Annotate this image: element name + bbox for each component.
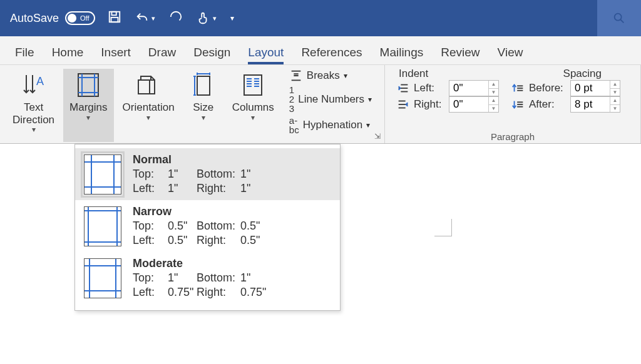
columns-icon bbox=[239, 70, 267, 100]
tab-review[interactable]: Review bbox=[441, 46, 479, 64]
indent-left-input[interactable] bbox=[449, 81, 488, 96]
page-setup-launcher-icon[interactable]: ⇲ bbox=[374, 132, 381, 141]
ribbon-tabs: File Home Insert Draw Design Layout Refe… bbox=[0, 36, 641, 65]
undo-icon[interactable]: ▾ bbox=[135, 11, 155, 25]
document-canvas[interactable] bbox=[341, 144, 641, 364]
margins-option-narrow[interactable]: Narrow Top:0.5" Bottom:0.5" Left:0.5" Ri… bbox=[75, 200, 340, 252]
chevron-down-icon: ▾ bbox=[86, 115, 90, 121]
text-direction-icon: A bbox=[20, 70, 48, 100]
breaks-icon bbox=[289, 69, 303, 83]
svg-line-4 bbox=[620, 19, 623, 23]
svg-rect-13 bbox=[197, 76, 210, 95]
svg-rect-1 bbox=[111, 12, 116, 16]
chevron-down-icon: ▾ bbox=[146, 115, 150, 121]
autosave-label: AutoSave bbox=[10, 12, 59, 25]
svg-point-3 bbox=[615, 14, 622, 21]
tab-file[interactable]: File bbox=[15, 46, 34, 64]
svg-text:A: A bbox=[36, 75, 44, 88]
line-numbers-button[interactable]: 123 Line Numbers▾ bbox=[289, 85, 372, 113]
margins-moderate-thumb bbox=[84, 258, 121, 298]
tab-insert[interactable]: Insert bbox=[101, 46, 131, 64]
autosave-toggle[interactable]: AutoSave Off bbox=[10, 11, 95, 25]
margins-option-moderate[interactable]: Moderate Top:1" Bottom:1" Left:0.75" Rig… bbox=[75, 252, 340, 304]
margins-normal-thumb bbox=[84, 154, 121, 195]
indent-right-label: Right: bbox=[414, 98, 445, 111]
indent-title: Indent bbox=[399, 68, 428, 80]
hyphenation-icon: a-bc bbox=[289, 116, 299, 134]
ribbon-body: A Text Direction ▾ Margins ▾ Orientation… bbox=[0, 65, 641, 144]
save-icon[interactable] bbox=[108, 10, 121, 26]
toggle-switch[interactable]: Off bbox=[65, 11, 95, 25]
line-numbers-icon: 123 bbox=[289, 85, 294, 113]
tab-draw[interactable]: Draw bbox=[148, 46, 176, 64]
paragraph-caption: Paragraph bbox=[385, 131, 640, 142]
tab-references[interactable]: References bbox=[301, 46, 362, 64]
text-direction-button[interactable]: A Text Direction ▾ bbox=[6, 69, 61, 142]
spacing-before-label: Before: bbox=[529, 82, 567, 94]
tab-home[interactable]: Home bbox=[52, 46, 84, 64]
customize-qat-icon[interactable]: ▾ bbox=[230, 14, 234, 23]
touch-mode-icon[interactable]: ▾ bbox=[197, 11, 217, 25]
tab-layout[interactable]: Layout bbox=[248, 46, 284, 64]
tab-view[interactable]: View bbox=[498, 46, 523, 64]
page-setup-small-buttons: Breaks▾ 123 Line Numbers▾ a-bc Hyphenati… bbox=[283, 69, 378, 142]
spacing-before-icon bbox=[511, 81, 525, 95]
size-icon bbox=[190, 70, 217, 100]
spacing-before-input[interactable] bbox=[571, 81, 610, 96]
title-bar: AutoSave Off ▾ ▾ ▾ bbox=[0, 0, 641, 36]
svg-rect-20 bbox=[244, 75, 262, 95]
indent-right-icon bbox=[396, 98, 410, 111]
orientation-icon bbox=[135, 70, 162, 100]
chevron-down-icon: ▾ bbox=[202, 115, 205, 121]
breaks-button[interactable]: Breaks▾ bbox=[289, 69, 372, 83]
search-button[interactable] bbox=[597, 0, 641, 36]
indent-left-label: Left: bbox=[414, 82, 445, 94]
margins-icon bbox=[74, 70, 102, 100]
indent-right-input[interactable] bbox=[449, 97, 488, 112]
tab-design[interactable]: Design bbox=[193, 46, 230, 64]
columns-button[interactable]: Columns ▾ bbox=[226, 69, 280, 142]
spacing-after-input[interactable] bbox=[571, 97, 610, 112]
spacing-after-spinner[interactable]: ▲▼ bbox=[570, 96, 620, 113]
toggle-knob bbox=[68, 14, 76, 23]
tab-mailings[interactable]: Mailings bbox=[380, 46, 424, 64]
orientation-button[interactable]: Orientation ▾ bbox=[116, 69, 181, 142]
chevron-down-icon: ▾ bbox=[32, 127, 36, 133]
svg-rect-2 bbox=[111, 18, 118, 22]
redo-icon[interactable] bbox=[169, 10, 183, 26]
spacing-before-spinner[interactable]: ▲▼ bbox=[570, 80, 620, 96]
spacing-after-label: After: bbox=[529, 98, 567, 111]
spacing-after-icon bbox=[511, 98, 525, 111]
size-button[interactable]: Size ▾ bbox=[183, 69, 223, 142]
margins-option-normal[interactable]: Normal Top:1" Bottom:1" Left:1" Right:1" bbox=[75, 148, 340, 200]
indent-left-spinner[interactable]: ▲▼ bbox=[449, 80, 499, 96]
hyphenation-button[interactable]: a-bc Hyphenation▾ bbox=[289, 116, 372, 134]
indent-right-spinner[interactable]: ▲▼ bbox=[449, 96, 499, 113]
margins-dropdown: Normal Top:1" Bottom:1" Left:1" Right:1"… bbox=[74, 144, 341, 311]
page-corner-guide bbox=[434, 219, 452, 236]
toggle-state: Off bbox=[80, 14, 89, 22]
margins-narrow-thumb bbox=[84, 206, 121, 246]
indent-left-icon bbox=[396, 81, 410, 95]
search-icon bbox=[612, 11, 626, 25]
chevron-down-icon: ▾ bbox=[251, 115, 255, 121]
quick-access-toolbar: ▾ ▾ ▾ bbox=[108, 10, 234, 26]
group-page-setup: A Text Direction ▾ Margins ▾ Orientation… bbox=[0, 65, 385, 143]
spacing-title: Spacing bbox=[563, 68, 602, 80]
group-paragraph: Indent Spacing Left: ▲▼ Before: ▲▼ Right… bbox=[385, 65, 641, 143]
margins-button[interactable]: Margins ▾ bbox=[63, 69, 113, 142]
